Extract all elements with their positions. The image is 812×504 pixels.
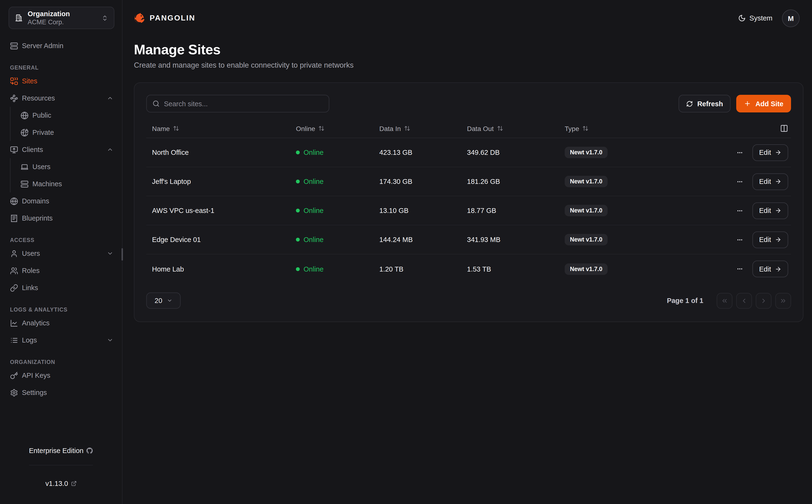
sidebar-item-clients[interactable]: Clients <box>10 141 114 158</box>
combine-icon <box>10 77 18 85</box>
sidebar-item-label: Settings <box>22 389 47 396</box>
sidebar-item-links[interactable]: Links <box>10 279 114 296</box>
chevrons-up-down-icon <box>101 15 108 21</box>
site-data-in: 1.20 TB <box>379 265 467 273</box>
plus-icon <box>744 100 751 107</box>
column-label: Data Out <box>467 125 494 132</box>
arrow-right-icon <box>775 266 782 272</box>
sidebar-item-private[interactable]: Private <box>20 124 114 141</box>
refresh-icon <box>686 100 693 107</box>
page-size-value: 20 <box>155 297 162 304</box>
sort-icon[interactable] <box>404 125 410 131</box>
table-row[interactable]: Edge Device 01 Online 144.24 MB 341.93 M… <box>146 225 791 254</box>
nav-section-label: LOGS & ANALYTICS <box>10 307 114 312</box>
row-menu-button[interactable] <box>736 177 744 186</box>
add-site-button[interactable]: Add Site <box>736 95 791 112</box>
row-menu-button[interactable] <box>736 148 744 156</box>
sidebar-resize-handle[interactable] <box>122 248 123 261</box>
online-dot-icon <box>296 180 300 183</box>
previous-page-button[interactable] <box>736 293 752 308</box>
row-menu-button[interactable] <box>736 265 744 273</box>
table-row[interactable]: Home Lab Online 1.20 TB 1.53 TB Newt v1.… <box>146 254 791 283</box>
site-type: Newt v1.7.0 <box>565 234 670 245</box>
site-data-out: 18.77 GB <box>467 207 565 214</box>
theme-toggle[interactable]: System <box>738 14 772 22</box>
sidebar-item-label: Clients <box>22 146 43 153</box>
sidebar-item-label: Users <box>22 250 40 257</box>
sort-icon[interactable] <box>497 125 503 131</box>
table-row[interactable]: AWS VPC us-east-1 Online 13.10 GB 18.77 … <box>146 196 791 225</box>
sidebar-item-roles[interactable]: Roles <box>10 262 114 279</box>
avatar[interactable]: M <box>782 9 800 27</box>
organization-value: ACME Corp. <box>28 18 97 26</box>
sort-icon[interactable] <box>173 125 179 131</box>
site-name: North Office <box>146 149 296 156</box>
topbar-right: System M <box>738 9 800 27</box>
sort-icon[interactable] <box>319 125 325 131</box>
sidebar-item-label: API Keys <box>22 372 50 379</box>
row-actions: Edit <box>670 144 791 161</box>
chart-line-icon <box>10 319 18 327</box>
page-header: Manage Sites Create and manage sites to … <box>122 36 812 70</box>
site-type: Newt v1.7.0 <box>565 205 670 216</box>
online-dot-icon <box>296 209 300 212</box>
globe-icon <box>10 197 18 205</box>
arrow-right-icon <box>775 178 782 185</box>
sidebar-item-blueprints[interactable]: Blueprints <box>10 210 114 227</box>
sidebar-item-users[interactable]: Users <box>20 158 114 175</box>
main-area: PANGOLIN System M Manage Sites Create an… <box>122 0 812 504</box>
sidebar-item-resources[interactable]: Resources <box>10 90 114 107</box>
sidebar-item-public[interactable]: Public <box>20 107 114 124</box>
version-link[interactable]: v1.13.0 <box>45 469 76 498</box>
sidebar-item-logs[interactable]: Logs <box>10 332 114 349</box>
edit-button[interactable]: Edit <box>752 261 788 277</box>
edit-button[interactable]: Edit <box>752 173 788 190</box>
sidebar-item-label: Logs <box>22 336 37 344</box>
organization-selector[interactable]: Organization ACME Corp. <box>9 7 114 29</box>
next-page-button[interactable] <box>756 293 771 308</box>
edit-button[interactable]: Edit <box>752 144 788 161</box>
github-icon <box>86 447 93 454</box>
page-size-select[interactable]: 20 <box>146 292 181 309</box>
server-icon <box>20 180 29 188</box>
sidebar-item-machines[interactable]: Machines <box>20 175 114 192</box>
row-menu-button[interactable] <box>736 236 744 244</box>
site-status: Online <box>296 178 379 185</box>
search-input[interactable] <box>164 100 323 107</box>
server-icon <box>10 42 18 50</box>
table-row[interactable]: North Office Online 423.13 GB 349.62 DB … <box>146 138 791 167</box>
sort-icon[interactable] <box>583 125 589 131</box>
sidebar-item-domains[interactable]: Domains <box>10 192 114 210</box>
first-page-button[interactable] <box>717 293 732 308</box>
sidebar-item-settings[interactable]: Settings <box>10 384 114 401</box>
columns-icon[interactable] <box>780 124 788 132</box>
refresh-button[interactable]: Refresh <box>679 95 731 112</box>
site-data-in: 144.24 MB <box>379 236 467 243</box>
sidebar-item-server-admin[interactable]: Server Admin <box>10 37 114 54</box>
status-label: Online <box>304 178 324 185</box>
table-row[interactable]: Jeff's Laptop Online 174.30 GB 181.26 GB… <box>146 167 791 196</box>
edition-link[interactable]: Enterprise Edition <box>29 436 93 465</box>
last-page-button[interactable] <box>775 293 791 308</box>
sidebar-item-label: Public <box>32 111 51 119</box>
brand[interactable]: PANGOLIN <box>134 12 195 24</box>
sidebar-item-api-keys[interactable]: API Keys <box>10 367 114 384</box>
edition-label: Enterprise Edition <box>29 447 84 454</box>
sidebar-item-analytics[interactable]: Analytics <box>10 314 114 332</box>
refresh-label: Refresh <box>697 100 723 107</box>
site-status: Online <box>296 236 379 243</box>
row-actions: Edit <box>670 202 791 219</box>
organization-selector-text: Organization ACME Corp. <box>28 9 97 26</box>
row-menu-button[interactable] <box>736 207 744 215</box>
sidebar-item-label: Roles <box>22 267 40 274</box>
chevrons-left-icon <box>721 297 728 304</box>
edit-button[interactable]: Edit <box>752 231 788 248</box>
row-actions: Edit <box>670 231 791 248</box>
settings-icon <box>10 388 18 397</box>
chevron-down-icon <box>107 250 113 257</box>
sidebar-item-users[interactable]: Users <box>10 245 114 262</box>
edit-button[interactable]: Edit <box>752 202 788 219</box>
site-name: Jeff's Laptop <box>146 178 296 185</box>
sidebar-item-sites[interactable]: Sites <box>10 72 114 90</box>
users-icon <box>10 267 18 275</box>
